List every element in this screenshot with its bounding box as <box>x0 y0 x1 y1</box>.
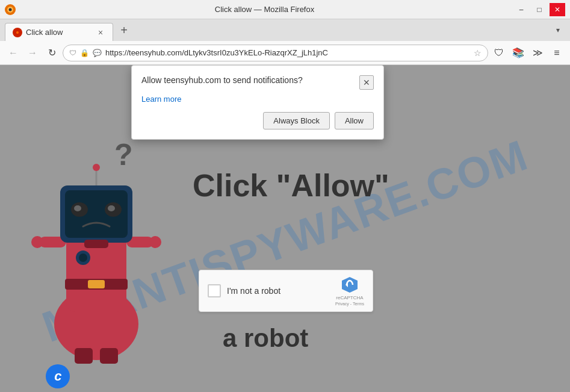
svg-rect-25 <box>100 348 118 364</box>
firefox-icon <box>5 4 16 15</box>
titlebar-controls: – □ ✕ <box>513 3 565 16</box>
recaptcha-widget: I'm not a robot reCAPTCHA Privacy - Term… <box>199 270 373 312</box>
robot-area: ? <box>30 137 163 369</box>
notification-popup: Allow teensyhub.com to send notification… <box>131 65 384 140</box>
always-block-button[interactable]: Always Block <box>263 112 330 129</box>
ecaptcha: c E-CAPTCHA <box>36 364 80 392</box>
ecaptcha-letter: c <box>54 369 61 384</box>
navbar: ← → ↻ 🛡 🔒 💬 https://teensyhub.com/dLtykv… <box>0 41 570 65</box>
click-allow-text: Click "Allow" <box>193 167 389 204</box>
page-content: MYANTISPYWARE.COM ? <box>0 65 570 392</box>
shield-icon: 🛡 <box>69 49 76 57</box>
bookmark-icon[interactable]: ☆ <box>474 48 482 58</box>
svg-rect-24 <box>75 348 93 364</box>
svg-point-12 <box>149 236 161 248</box>
not-robot-area: a robot <box>223 324 308 353</box>
tabbar: Click allow × + ▾ <box>0 19 570 41</box>
more-tools-button[interactable]: ≫ <box>529 45 546 61</box>
menu-button[interactable]: ≡ <box>548 45 565 61</box>
forward-button[interactable]: → <box>24 45 41 61</box>
bookmarks-button[interactable]: 📚 <box>510 45 527 61</box>
recaptcha-label: I'm not a robot <box>227 286 329 296</box>
svg-point-20 <box>93 164 100 171</box>
ecaptcha-icon: c <box>46 364 70 388</box>
maximize-button[interactable]: □ <box>531 3 547 16</box>
close-button[interactable]: ✕ <box>550 3 565 16</box>
robot-image <box>30 137 163 366</box>
reload-button[interactable]: ↻ <box>43 45 60 61</box>
recaptcha-logo <box>341 276 359 294</box>
tab-close-button[interactable]: × <box>96 28 105 37</box>
popup-buttons: Always Block Allow <box>141 112 374 129</box>
address-bar[interactable]: 🛡 🔒 💬 https://teensyhub.com/dLtykv3tsrI0… <box>63 45 488 61</box>
active-tab[interactable]: Click allow × <box>5 23 113 41</box>
window-title: Click allow — Mozilla Firefox <box>16 5 513 14</box>
question-mark: ? <box>114 137 133 172</box>
recaptcha-brand: reCAPTCHA <box>336 295 363 300</box>
popup-close-button[interactable]: ✕ <box>359 75 374 90</box>
titlebar-left <box>5 4 16 15</box>
lock-icon: 🔒 <box>80 49 89 57</box>
svg-point-18 <box>108 205 115 211</box>
learn-more-link[interactable]: Learn more <box>141 95 374 104</box>
not-robot-text: a robot <box>223 324 308 352</box>
recaptcha-right: reCAPTCHA Privacy - Terms <box>335 276 364 306</box>
url-text: https://teensyhub.com/dLtykv3tsrI0zu3YkE… <box>105 48 470 57</box>
new-tab-button[interactable]: + <box>116 22 132 39</box>
allow-button[interactable]: Allow <box>335 112 374 129</box>
minimize-button[interactable]: – <box>513 3 529 16</box>
svg-point-4 <box>16 31 19 34</box>
tab-favicon <box>13 28 22 37</box>
svg-point-23 <box>79 254 87 262</box>
tab-dropdown-button[interactable]: ▾ <box>551 23 565 37</box>
titlebar: Click allow — Mozilla Firefox – □ ✕ <box>0 0 570 19</box>
svg-rect-8 <box>88 280 105 288</box>
notification-icon: 💬 <box>93 49 102 57</box>
extensions-button[interactable]: 🛡 <box>491 45 507 61</box>
popup-header: Allow teensyhub.com to send notification… <box>141 75 374 90</box>
svg-point-11 <box>31 236 43 248</box>
back-button[interactable]: ← <box>5 45 22 61</box>
recaptcha-checkbox[interactable] <box>208 284 221 297</box>
svg-point-17 <box>74 205 81 211</box>
popup-title: Allow teensyhub.com to send notification… <box>141 75 359 85</box>
page-main-text: Click "Allow" <box>193 167 389 204</box>
svg-point-2 <box>9 8 12 11</box>
tab-label: Click allow <box>26 28 92 37</box>
recaptcha-links: Privacy - Terms <box>335 302 364 306</box>
svg-rect-21 <box>84 240 108 248</box>
navbar-right: 🛡 📚 ≫ ≡ <box>491 45 565 61</box>
